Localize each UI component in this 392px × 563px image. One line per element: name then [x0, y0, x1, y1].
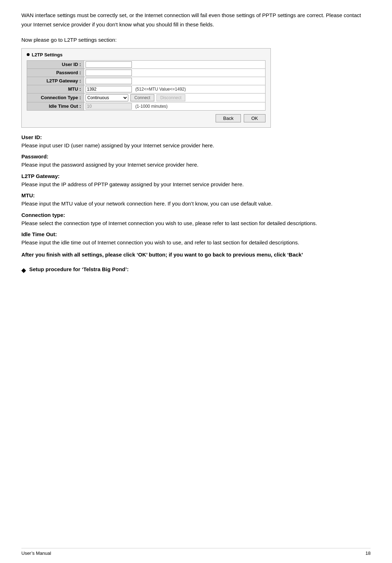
connection-type-section-text: Please select the connection type of Int… [21, 219, 371, 228]
userid-section-text: Please input user ID (user name) assigne… [21, 141, 371, 150]
settings-buttons-row: Back OK [27, 114, 265, 122]
mtu-section-text: Please input the MTU value of your netwo… [21, 199, 371, 208]
gateway-input[interactable] [86, 78, 132, 84]
password-value-cell [84, 69, 265, 77]
footer-left: User’s Manual [21, 551, 51, 556]
mtu-label: MTU : [27, 85, 84, 93]
password-input[interactable] [86, 70, 132, 76]
connection-type-select[interactable]: Continuous Connect on Demand Manual [86, 94, 128, 101]
table-row-userid: User ID : [27, 60, 265, 69]
setup-procedure-text: Setup procedure for ‘Telstra Big Pond’: [29, 266, 129, 272]
mtu-input[interactable] [86, 86, 132, 92]
diamond-icon: ◆ [21, 267, 26, 274]
table-row-gateway: L2TP Gateway : [27, 77, 265, 85]
idle-timeout-section-text: Please input the idle time out of Intern… [21, 238, 371, 247]
intro-paragraph1: WAN interface settings must be correctly… [21, 11, 371, 29]
back-button[interactable]: Back [216, 114, 241, 122]
gateway-value-cell [84, 77, 265, 85]
settings-table: User ID : Password : L2TP Gateway : [27, 60, 265, 111]
settings-title: L2TP Settings [27, 52, 265, 57]
table-row-idle-timeout: Idle Time Out : (1-1000 minutes) [27, 102, 265, 110]
connection-type-row: Continuous Connect on Demand Manual Conn… [86, 94, 264, 101]
ok-button[interactable]: OK [244, 114, 265, 122]
setup-procedure: ◆ Setup procedure for ‘Telstra Big Pond’… [21, 266, 371, 274]
connection-type-value-cell: Continuous Connect on Demand Manual Conn… [84, 93, 265, 102]
descriptions-container: User ID: Please input user ID (user name… [21, 134, 371, 247]
footer-right: 18 [366, 551, 371, 556]
table-row-mtu: MTU : (512<=MTU Value<=1492) [27, 85, 265, 93]
idle-timeout-section-label: Idle Time Out: [21, 231, 371, 237]
idle-timeout-label: Idle Time Out : [27, 102, 84, 110]
mtu-hint: (512<=MTU Value<=1492) [135, 87, 186, 92]
gateway-section-text: Please input the IP address of PPTP gate… [21, 180, 371, 189]
connection-type-label: Connection Type : [27, 93, 84, 102]
userid-section-label: User ID: [21, 134, 371, 140]
userid-label: User ID : [27, 60, 84, 69]
connection-type-section-label: Connection type: [21, 212, 371, 218]
idle-timeout-hint: (1-1000 minutes) [135, 104, 168, 109]
table-row-password: Password : [27, 69, 265, 77]
bullet-icon [27, 53, 30, 56]
password-section-text: Please input the password assigned by yo… [21, 160, 371, 169]
l2tp-settings-box: L2TP Settings User ID : Password : L2TP … [21, 48, 271, 128]
settings-title-label: L2TP Settings [32, 52, 62, 57]
disconnect-button[interactable]: Disconnect [156, 94, 185, 101]
intro-paragraph2: Now please go to L2TP settings section: [21, 35, 371, 45]
table-row-connection-type: Connection Type : Continuous Connect on … [27, 93, 265, 102]
footer: User’s Manual 18 [21, 548, 371, 556]
userid-input[interactable] [86, 61, 132, 68]
password-section-label: Password: [21, 153, 371, 159]
mtu-section-label: MTU: [21, 192, 371, 198]
idle-timeout-value-cell: (1-1000 minutes) [84, 102, 265, 110]
gateway-section-label: L2TP Gateway: [21, 173, 371, 179]
idle-timeout-input[interactable] [86, 103, 132, 110]
connect-button[interactable]: Connect [130, 94, 154, 101]
bold-statement: After you finish with all settings, plea… [21, 250, 371, 259]
password-label: Password : [27, 69, 84, 77]
mtu-value-cell: (512<=MTU Value<=1492) [84, 85, 265, 93]
gateway-label: L2TP Gateway : [27, 77, 84, 85]
userid-value-cell [84, 60, 265, 69]
